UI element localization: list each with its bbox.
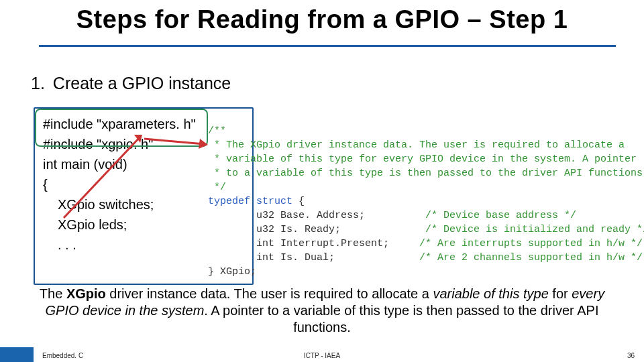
- struct-snippet: /** * The XGpio driver instance data. Th…: [208, 124, 637, 279]
- title-prefix: Steps for Reading from a GPIO –: [76, 5, 490, 34]
- struct-field-3: int Interrupt.Present; /* Are interrupts…: [208, 237, 637, 251]
- step-heading: 1.Create a GPIO instance: [31, 74, 617, 93]
- struct-comment-2: * The XGpio driver instance data. The us…: [208, 138, 637, 152]
- struct-decl: typedef struct {: [208, 194, 637, 208]
- struct-field-4: int Is. Dual; /* Are 2 channels supporte…: [208, 251, 637, 265]
- struct-close: } XGpio;: [208, 265, 637, 279]
- step-number: 1.: [31, 74, 45, 93]
- footer-center: ICTP - IAEA: [0, 352, 644, 359]
- struct-comment-3: * variable of this type for every GPIO d…: [208, 152, 637, 166]
- step-text: Create a GPIO instance: [53, 74, 231, 93]
- title-suffix: Step 1: [489, 5, 568, 34]
- struct-field-1: u32 Base. Address; /* Device base addres…: [208, 208, 637, 223]
- struct-comment-1: /**: [208, 124, 637, 138]
- title-underline: [39, 45, 616, 47]
- struct-field-2: u32 Is. Ready; /* Device is initialized …: [208, 223, 637, 237]
- footer-page-number: 36: [627, 352, 635, 359]
- slide-title: Steps for Reading from a GPIO – Step 1: [0, 5, 644, 34]
- struct-comment-5: */: [208, 180, 637, 194]
- summary-text: The XGpio driver instance data. The user…: [38, 286, 606, 336]
- struct-comment-4: * to a variable of this type is then pas…: [208, 166, 637, 180]
